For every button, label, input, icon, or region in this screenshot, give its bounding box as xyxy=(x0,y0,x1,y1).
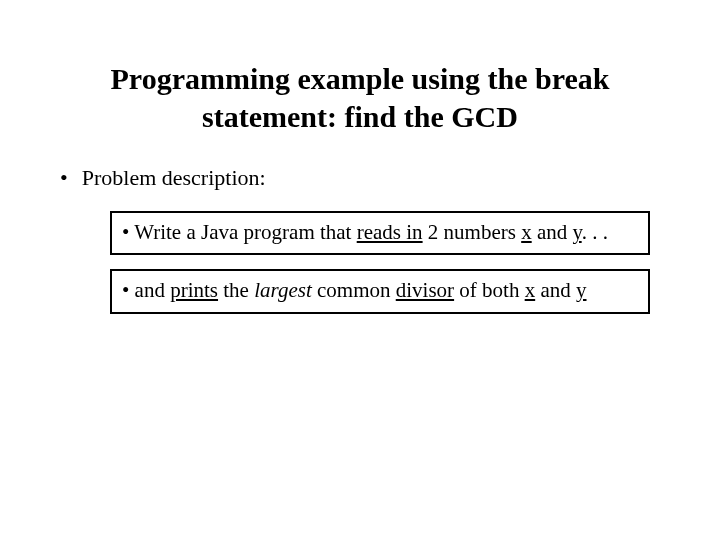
box2-pre: • and xyxy=(122,278,170,302)
problem-box-1: • Write a Java program that reads in 2 n… xyxy=(110,211,650,255)
box2-x: x xyxy=(525,278,536,302)
problem-boxes: • Write a Java program that reads in 2 n… xyxy=(110,211,650,314)
box1-mid1: 2 numbers xyxy=(423,220,522,244)
bullet-label: Problem description: xyxy=(82,165,266,191)
problem-box-2: • and prints the largest common divisor … xyxy=(110,269,650,313)
box1-reads-in: reads in xyxy=(357,220,423,244)
box2-mid3: of both xyxy=(454,278,525,302)
slide: Programming example using the break stat… xyxy=(0,0,720,314)
box1-tail: . . . xyxy=(582,220,608,244)
box2-mid1: the xyxy=(218,278,254,302)
box2-prints: prints xyxy=(170,278,218,302)
box2-largest: largest xyxy=(254,278,312,302)
title-line-1: Programming example using the break xyxy=(111,62,610,95)
title-line-2: statement: find the GCD xyxy=(202,100,518,133)
box2-mid2: common xyxy=(312,278,396,302)
box2-divisor: divisor xyxy=(396,278,454,302)
box2-mid4: and xyxy=(535,278,576,302)
box1-y: y xyxy=(573,220,582,244)
box1-mid2: and xyxy=(532,220,573,244)
box1-x: x xyxy=(521,220,532,244)
box2-y: y xyxy=(576,278,587,302)
bullet-dot-icon: • xyxy=(60,165,68,191)
box1-text-pre: • Write a Java program that xyxy=(122,220,357,244)
bullet-problem-description: • Problem description: xyxy=(60,165,670,191)
slide-title: Programming example using the break stat… xyxy=(90,60,630,135)
